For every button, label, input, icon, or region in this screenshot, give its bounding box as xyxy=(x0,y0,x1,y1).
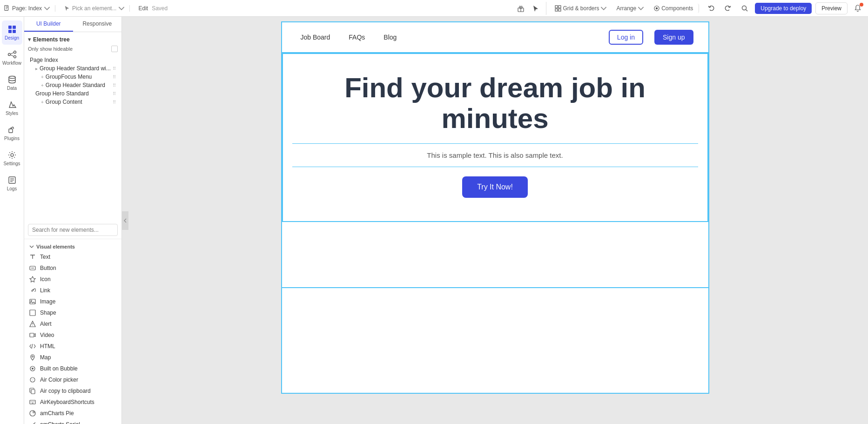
element-link-label: Link xyxy=(40,287,50,294)
notification-btn[interactable] xyxy=(851,2,864,15)
collapse-panel-btn[interactable] xyxy=(122,211,128,230)
nav-faqs[interactable]: FAQs xyxy=(345,32,369,43)
tree-group-focus-menu[interactable]: + GroupFocus Menu ⠿ xyxy=(28,73,118,81)
canvas-area[interactable]: Job Board FAQs Blog Log in Sign up Find … xyxy=(122,17,868,424)
element-item-air-color-picker[interactable]: Air Color picker xyxy=(24,374,121,385)
nav-signup-button[interactable]: Sign up xyxy=(654,30,693,45)
main-layout: Design Workflow Data Styles Plugins Sett… xyxy=(0,17,868,424)
grid-borders-btn[interactable]: Grid & borders xyxy=(552,4,610,13)
element-item-amcharts-pie[interactable]: amCharts Pie xyxy=(24,408,121,419)
elements-tree-section: ▾ Elements tree Only show hideable Page … xyxy=(24,32,121,221)
sidebar-item-plugins[interactable]: Plugins xyxy=(2,121,22,145)
edit-label[interactable]: Edit xyxy=(138,5,148,12)
search-btn[interactable] xyxy=(738,2,751,15)
sidebar-item-data[interactable]: Data xyxy=(2,71,22,95)
sidebar-item-logs[interactable]: Logs xyxy=(2,171,22,195)
edit-saved-group: Edit Saved xyxy=(134,5,172,12)
sidebar-item-design[interactable]: Design xyxy=(2,20,22,45)
map-icon xyxy=(29,354,36,361)
picker-chevron-icon xyxy=(118,5,125,12)
drag-handle-focus-icon: ⠿ xyxy=(113,74,116,80)
nav-blog[interactable]: Blog xyxy=(380,32,400,43)
element-item-air-keyboard[interactable]: AirKeyboardShortcuts xyxy=(24,397,121,408)
tree-group-hero-label: Group Hero Standard xyxy=(35,90,89,97)
logs-label: Logs xyxy=(7,186,17,191)
nav-login-button[interactable]: Log in xyxy=(609,30,643,45)
tree-group-header-standard[interactable]: + Group Header Standard ⠿ xyxy=(28,81,118,89)
plugins-icon xyxy=(7,125,17,135)
svg-point-16 xyxy=(8,54,10,56)
tree-group-header-standard-wi[interactable]: ▸ Group Header Standard wi... ⠿ xyxy=(28,64,118,73)
element-image-label: Image xyxy=(40,298,55,305)
svg-point-33 xyxy=(31,300,32,301)
tree-toggle-icon[interactable]: ▾ xyxy=(28,36,31,43)
chevron-down-icon xyxy=(44,5,50,12)
tree-group-content[interactable]: + Group Content ⠿ xyxy=(28,98,118,106)
styles-label: Styles xyxy=(6,111,18,116)
element-item-link[interactable]: Link xyxy=(24,285,121,296)
element-picker[interactable]: Pick an element... xyxy=(59,5,130,12)
cta-button[interactable]: Try It Now! xyxy=(462,176,528,198)
element-item-text[interactable]: Text xyxy=(24,251,121,262)
sidebar-item-settings[interactable]: Settings xyxy=(2,146,22,170)
search-input[interactable] xyxy=(28,224,118,236)
svg-point-9 xyxy=(656,7,658,9)
chevron-down-icon xyxy=(29,244,34,249)
element-item-image[interactable]: Image xyxy=(24,296,121,307)
svg-rect-12 xyxy=(8,26,12,29)
gift-icon-btn[interactable] xyxy=(514,2,527,15)
section2 xyxy=(282,287,708,343)
svg-point-10 xyxy=(742,6,747,10)
element-item-amcharts-serial[interactable]: amCharts Serial xyxy=(24,419,121,424)
upgrade-button[interactable]: Upgrade to deploy xyxy=(755,3,812,14)
link-icon xyxy=(29,287,36,294)
icon-icon xyxy=(29,276,36,283)
gift-icon xyxy=(517,5,525,12)
redo-btn[interactable] xyxy=(721,2,734,15)
svg-rect-15 xyxy=(13,30,16,33)
svg-rect-13 xyxy=(13,26,16,29)
element-item-alert[interactable]: Alert xyxy=(24,318,121,330)
components-icon xyxy=(653,5,660,12)
svg-line-19 xyxy=(10,53,13,54)
tree-page-index[interactable]: Page Index xyxy=(28,56,118,64)
tab-ui-builder[interactable]: UI Builder xyxy=(24,17,73,32)
element-item-map[interactable]: Map xyxy=(24,352,121,363)
air-keyboard-icon xyxy=(29,398,36,406)
element-item-button[interactable]: Button xyxy=(24,262,121,274)
only-show-label: Only show hideable xyxy=(28,46,73,52)
element-item-video[interactable]: Video xyxy=(24,330,121,341)
page-indicator[interactable]: Page: Index xyxy=(4,5,55,12)
element-item-shape[interactable]: Shape xyxy=(24,307,121,318)
nav-header: Job Board FAQs Blog Log in Sign up xyxy=(282,22,708,53)
page-label: Page: Index xyxy=(12,5,42,12)
only-show-checkbox[interactable] xyxy=(111,46,118,52)
website-frame: Job Board FAQs Blog Log in Sign up Find … xyxy=(281,21,709,394)
svg-point-38 xyxy=(32,356,34,357)
element-item-html[interactable]: HTML xyxy=(24,341,121,352)
undo-btn[interactable] xyxy=(705,2,718,15)
element-item-built-on-bubble[interactable]: Built on Bubble xyxy=(24,363,121,374)
element-shape-label: Shape xyxy=(40,310,56,316)
preview-button[interactable]: Preview xyxy=(815,2,848,14)
nav-job-board[interactable]: Job Board xyxy=(297,32,334,43)
tab-responsive[interactable]: Responsive xyxy=(73,17,122,32)
element-bubble-label: Built on Bubble xyxy=(40,365,78,372)
element-item-air-copy[interactable]: Air copy to clipboard xyxy=(24,385,121,397)
svg-rect-37 xyxy=(30,333,34,337)
data-icon xyxy=(7,75,17,84)
sidebar-item-styles[interactable]: Styles xyxy=(2,96,22,120)
components-btn[interactable]: Components xyxy=(651,4,699,13)
element-button-label: Button xyxy=(40,265,56,271)
element-amcharts-pie-label: amCharts Pie xyxy=(40,410,74,417)
svg-line-20 xyxy=(10,55,13,56)
logs-icon xyxy=(7,175,17,185)
cursor-mode-btn[interactable] xyxy=(529,2,542,15)
sidebar-item-workflow[interactable]: Workflow xyxy=(2,46,22,70)
tree-group-hero-standard[interactable]: Group Hero Standard ⠿ xyxy=(28,89,118,98)
element-item-icon[interactable]: Icon xyxy=(24,274,121,285)
arrange-btn[interactable]: Arrange xyxy=(613,4,647,13)
grid-chevron-icon xyxy=(600,5,607,12)
svg-rect-4 xyxy=(555,6,558,8)
svg-rect-6 xyxy=(555,9,558,11)
